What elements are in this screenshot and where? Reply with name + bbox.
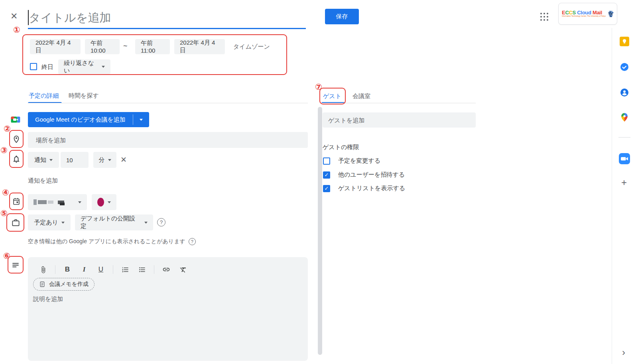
start-date-chip[interactable]: 2022年 4月 4日 (30, 39, 81, 54)
notification-unit-dropdown[interactable]: 分 (93, 152, 116, 168)
document-icon (39, 281, 45, 287)
chevron-down-icon (61, 222, 65, 224)
tab-rooms[interactable]: 会議室 (352, 92, 370, 100)
annotation-5-badge: ⑤ (0, 209, 8, 218)
event-color-dropdown[interactable] (92, 194, 116, 210)
see-guest-list-checkbox[interactable]: ✓ (323, 185, 330, 192)
chevron-down-icon (144, 222, 148, 224)
chevron-down-icon (78, 201, 81, 203)
event-color-swatch (97, 198, 104, 207)
get-addons-icon[interactable]: + (621, 178, 627, 187)
close-icon[interactable]: ✕ (10, 11, 18, 22)
end-time-chip[interactable]: 午前11:00 (135, 39, 170, 54)
attach-file-icon[interactable] (37, 263, 49, 276)
italic-button[interactable]: I (78, 263, 91, 276)
guest-permissions-title: ゲストの権限 (323, 144, 359, 151)
google-keep-icon[interactable] (620, 37, 629, 48)
vertical-scrollbar[interactable] (318, 107, 322, 355)
tab-event-details[interactable]: 予定の詳細 (29, 92, 59, 100)
bold-button[interactable]: B (61, 263, 74, 276)
add-notification-link[interactable]: 通知を追加 (28, 177, 58, 185)
description-editor[interactable]: B I U 会議メモを作成 (28, 257, 308, 361)
permission-label: ゲストリストを表示する (338, 185, 405, 192)
description-placeholder[interactable]: 説明を追加 (33, 295, 63, 303)
logo-subtitle: Information Technology Center, The Unive… (562, 16, 606, 18)
visibility-help-icon[interactable]: ? (157, 218, 165, 226)
save-button[interactable]: 保存 (325, 9, 359, 24)
modify-event-checkbox[interactable] (323, 157, 330, 165)
recurrence-dropdown[interactable]: 繰り返さない (58, 59, 110, 74)
title-underline (28, 28, 306, 29)
numbered-list-icon[interactable] (119, 263, 132, 276)
guests-tabs-divider (321, 103, 476, 103)
invite-others-checkbox[interactable]: ✓ (323, 171, 330, 179)
notification-minutes-input[interactable] (61, 152, 89, 168)
annotation-6-badge: ⑥ (3, 251, 10, 261)
add-guests-input[interactable] (323, 112, 476, 128)
timezone-link[interactable]: タイムゾーン (233, 43, 270, 51)
google-maps-icon[interactable] (619, 112, 630, 124)
google-meet-icon (10, 114, 21, 125)
meet-options-dropdown[interactable] (133, 112, 149, 127)
tabs-divider (28, 103, 308, 103)
notification-bell-icon (12, 154, 21, 164)
time-range-separator: ~ (123, 42, 128, 50)
text-caret (28, 10, 29, 25)
event-editor-window: ✕ 保存 ECCS Cloud Mail Information Technol… (0, 0, 638, 364)
availability-help-icon[interactable]: ? (189, 238, 196, 245)
account-logo-card[interactable]: ECCS Cloud Mail Information Technology C… (558, 3, 617, 25)
google-contacts-icon[interactable] (620, 88, 629, 99)
avatar (608, 5, 614, 23)
permission-label: 他のユーザーを招待する (338, 171, 405, 179)
chevron-down-icon (49, 159, 53, 161)
create-meeting-notes-button[interactable]: 会議メモを作成 (33, 278, 95, 291)
visibility-dropdown[interactable]: デフォルトの公開設定 (75, 214, 153, 230)
formatting-toolbar: B I U (37, 261, 189, 278)
calendar-select-dropdown[interactable] (28, 194, 87, 210)
availability-note: 空き情報は他の Google アプリにも表示されることがあります (28, 238, 185, 245)
hide-side-panel-icon[interactable]: › (622, 348, 625, 357)
bulleted-list-icon[interactable] (136, 263, 148, 276)
chevron-down-icon (140, 119, 143, 121)
start-time-chip[interactable]: 午前10:00 (85, 39, 120, 54)
busy-status-dropdown[interactable]: 予定あり (28, 214, 71, 230)
end-date-chip[interactable]: 2022年 4月 4日 (174, 39, 225, 54)
annotation-3-badge: ③ (0, 146, 8, 155)
insert-link-icon[interactable] (160, 263, 173, 276)
logo-title: ECCS Cloud Mail (562, 10, 606, 16)
zoom-addon-icon[interactable] (619, 153, 630, 166)
briefcase-icon (11, 218, 20, 227)
tab-guests[interactable]: ゲスト (323, 92, 341, 100)
checkbox-unchecked[interactable] (30, 63, 37, 70)
location-input[interactable] (28, 132, 308, 148)
toolbar-divider (154, 265, 154, 274)
grid-dots (540, 13, 548, 21)
sidebar-divider (618, 137, 630, 138)
annotation-1-badge: ① (13, 25, 20, 35)
redacted-calendar-name (33, 199, 65, 205)
tab-find-time[interactable]: 時間を探す (69, 92, 99, 100)
add-meet-button[interactable]: Google Meet のビデオ会議を追加 (28, 112, 149, 127)
meeting-notes-label: 会議メモを作成 (49, 281, 89, 288)
all-day-checkbox[interactable] (30, 63, 37, 70)
notification-type-dropdown[interactable]: 通知 (28, 152, 59, 168)
annotation-4-badge: ④ (2, 188, 9, 197)
clear-formatting-icon[interactable] (177, 263, 189, 276)
google-apps-grid-icon[interactable] (537, 9, 552, 24)
description-icon (11, 260, 20, 270)
calendar-icon (12, 197, 21, 206)
permission-row-invite: ✓ 他のユーザーを招待する (323, 171, 405, 179)
remove-notification-icon[interactable]: ✕ (120, 155, 127, 164)
toolbar-divider (113, 265, 113, 274)
permission-row-modify: 予定を変更する (323, 157, 380, 165)
all-day-label: 終日 (41, 63, 53, 71)
chevron-down-icon (108, 159, 111, 161)
google-tasks-icon[interactable] (620, 62, 629, 73)
chevron-down-icon (102, 66, 105, 68)
toolbar-divider (55, 265, 55, 274)
underline-button[interactable]: U (95, 263, 107, 276)
eccs-logo: ECCS Cloud Mail Information Technology C… (562, 10, 606, 17)
companion-sidebar (612, 28, 638, 364)
add-meet-label[interactable]: Google Meet のビデオ会議を追加 (28, 112, 133, 127)
event-title-input[interactable] (29, 8, 284, 27)
